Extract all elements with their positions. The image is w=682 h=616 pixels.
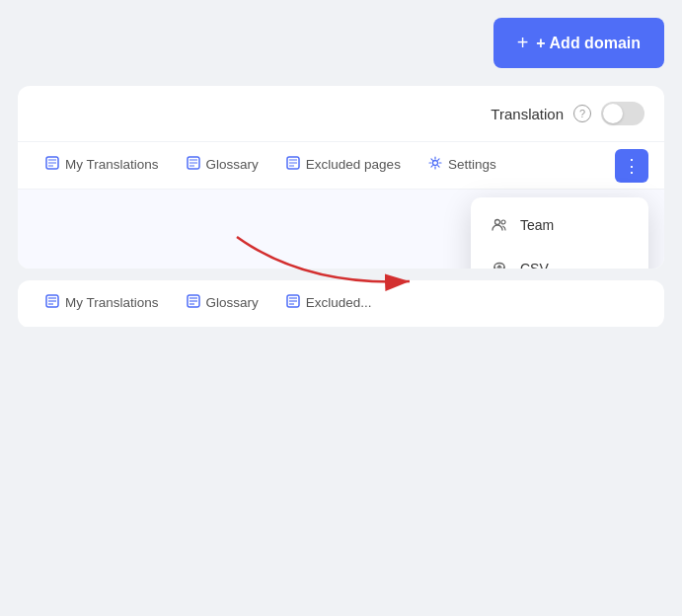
tab-excluded-pages-label: Excluded pages [306,157,401,172]
team-icon [491,216,508,234]
excluded-2-icon [286,294,300,311]
tab-glossary-2[interactable]: Glossary [175,280,270,327]
glossary-2-icon [187,294,200,311]
tab-my-translations-2[interactable]: My Translations [34,280,171,327]
svg-point-14 [501,220,505,224]
page-wrapper: + + Add domain Translation ? My Translat… [0,0,682,616]
main-card: Translation ? My Translations Glossary [18,86,664,269]
svg-point-13 [495,220,500,225]
dropdown-item-team[interactable]: Team [471,203,648,247]
tab-glossary-label: Glossary [206,157,259,172]
tab-my-translations[interactable]: My Translations [34,142,171,189]
add-domain-label: + Add domain [536,35,641,52]
tab-settings[interactable]: Settings [417,142,508,189]
csv-upload-icon [491,260,508,269]
more-options-button[interactable]: ⋮ [615,149,648,183]
three-dot-icon: ⋮ [623,155,642,177]
tab-settings-label: Settings [448,157,496,172]
tab-excluded-2-label: Excluded... [306,295,372,310]
plus-icon: + [517,32,529,54]
add-domain-button[interactable]: + + Add domain [493,18,664,68]
translation-label: Translation [491,106,564,122]
nav-tabs: My Translations Glossary Excluded pages … [18,142,664,190]
second-card: My Translations Glossary Excluded... [18,280,664,328]
my-translations-icon [45,156,59,173]
dropdown-menu: Team CSV CSV [471,197,648,269]
tab-my-translations-2-label: My Translations [65,295,159,310]
tab-excluded-pages[interactable]: Excluded pages [274,142,413,189]
translation-row: Translation ? [18,86,664,142]
dropdown-item-csv-upload[interactable]: CSV [471,247,648,269]
translation-toggle[interactable] [601,102,644,125]
dropdown-csv-upload-label: CSV [520,261,549,269]
tab-excluded-2[interactable]: Excluded... [274,280,384,327]
svg-point-12 [432,161,437,166]
tab-my-translations-label: My Translations [65,157,159,172]
excluded-pages-icon [286,156,300,173]
tab-glossary[interactable]: Glossary [175,142,270,189]
tab-glossary-2-label: Glossary [206,295,259,310]
help-icon[interactable]: ? [573,105,591,122]
glossary-icon [187,156,200,173]
second-nav-tabs: My Translations Glossary Excluded... [18,280,664,328]
settings-icon [428,156,442,173]
dropdown-team-label: Team [520,217,554,233]
my-translations-2-icon [45,294,59,311]
top-bar: + + Add domain [0,0,682,86]
